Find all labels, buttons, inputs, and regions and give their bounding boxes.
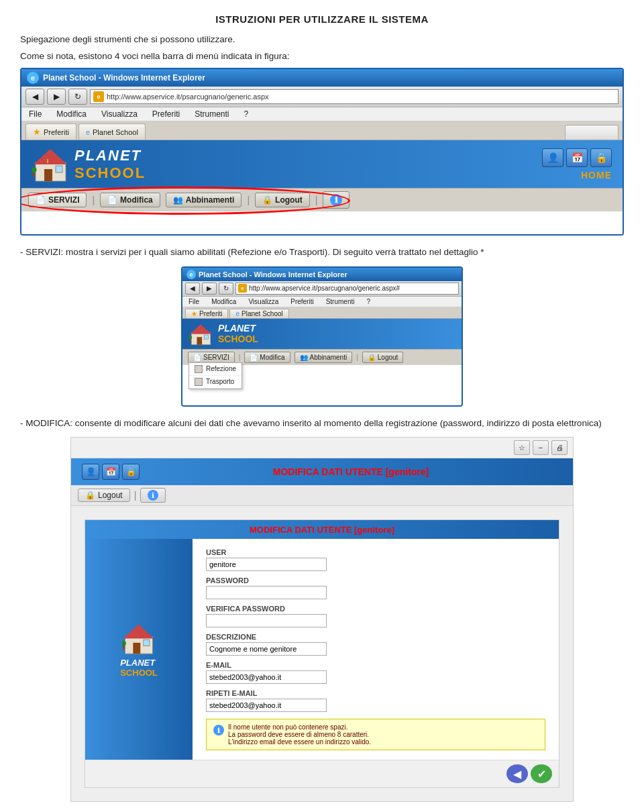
address-icon-2: e (238, 284, 247, 293)
form-row-email: E-MAIL (206, 661, 545, 684)
nav-logout-modifica[interactable]: 🔒 Logout (78, 489, 130, 502)
back-button[interactable]: ◀ (25, 89, 44, 105)
menu-file[interactable]: File (27, 109, 44, 119)
hint-1: Il nome utente non può contenere spazi. (228, 723, 371, 731)
input-ripeti-email[interactable] (206, 699, 327, 712)
trasporto-icon (195, 378, 203, 386)
browser-titlebar-1: e Planet School - Windows Internet Explo… (21, 69, 623, 87)
menu-modifica-2[interactable]: Modifica (209, 297, 238, 306)
nav-info-modifica[interactable]: ℹ (140, 488, 166, 503)
menu-help[interactable]: ? (242, 109, 251, 119)
back-button-modifica[interactable]: ◀ (506, 764, 528, 783)
nav-servizi[interactable]: 📄 SERVIZI (28, 193, 87, 207)
svg-rect-10 (204, 335, 208, 339)
section-text-2: - MODIFICA: consente di modificare alcun… (20, 416, 624, 431)
browser-window-1: e Planet School - Windows Internet Explo… (20, 68, 624, 236)
forward-button[interactable]: ▶ (47, 89, 66, 105)
tab-planetschool[interactable]: e Planet School (78, 123, 146, 140)
star-icon: ★ (33, 127, 41, 137)
menu-preferiti[interactable]: Preferiti (150, 109, 182, 119)
header-icon-people[interactable]: 👤 (82, 464, 99, 480)
menu-visualizza-2[interactable]: Visualizza (246, 297, 280, 306)
ps-icon-lock[interactable]: 🔒 (590, 148, 612, 167)
modifica-icon-1[interactable]: ☆ (514, 440, 530, 455)
page-icon-2: 📄 (107, 195, 117, 205)
tab-preferiti[interactable]: ★ Preferiti (25, 123, 76, 140)
nav-servizi-2[interactable]: 📄 SERVIZI Refezione Trasporto (188, 352, 235, 363)
header-icon-calendar[interactable]: 📅 (102, 464, 119, 480)
menu-strumenti-2[interactable]: Strumenti (324, 297, 357, 306)
label-descrizione: DESCRIZIONE (206, 633, 545, 641)
tab-planetschool-2[interactable]: e Planet School (229, 309, 288, 318)
modifica-icon-2[interactable]: − (533, 440, 549, 455)
ps-icon-people[interactable]: 👤 (542, 148, 564, 167)
menu-visualizza[interactable]: Visualizza (99, 109, 140, 119)
dropdown-refezione[interactable]: Refezione (189, 363, 241, 376)
input-descrizione[interactable] (206, 642, 327, 656)
nav-logout-2[interactable]: 🔒 Logout (362, 352, 404, 363)
nav-modifica-label-2: Modifica (260, 354, 284, 361)
label-password: PASSWORD (206, 576, 545, 585)
modifica-outer: ☆ − 🖨 👤 📅 🔒 MODIFICA DATI UTENTE [genito… (70, 437, 574, 802)
input-user[interactable] (206, 558, 327, 571)
menu-file-2[interactable]: File (186, 297, 201, 306)
ok-button-modifica[interactable]: ✔ (531, 764, 552, 783)
browser-title-text: Planet School - Windows Internet Explore… (43, 73, 205, 83)
forward-button-2[interactable]: ▶ (202, 283, 217, 295)
lock-icon-modifica: 🔒 (85, 491, 95, 500)
refresh-button-2[interactable]: ↻ (219, 283, 233, 295)
inner-panel-left: PLANET SCHOOL (85, 539, 193, 760)
tab-preferiti-label-2: Preferiti (199, 310, 222, 317)
ie-tab-icon: e (86, 128, 90, 136)
label-verify-password: VERIFICA PASSWORD (206, 605, 545, 613)
tab-preferiti-2[interactable]: ★ Preferiti (185, 309, 228, 318)
modifica-navbar: 🔒 Logout | ℹ (71, 485, 573, 506)
ps-header-right: 👤 📅 🔒 HOME (542, 148, 612, 181)
browser-tabs-2: ★ Preferiti e Planet School (182, 307, 462, 319)
address-text-2: http://www.apservice.it/psarcugnano/gene… (249, 285, 400, 292)
address-bar-2[interactable]: e http://www.apservice.it/psarcugnano/ge… (235, 283, 459, 295)
nav-abbinamenti[interactable]: 👥 Abbinamenti (166, 193, 242, 207)
nav-abbinamenti-2[interactable]: 👥 Abbinamenti (294, 352, 353, 363)
ps-header-2: PLANET SCHOOL (182, 319, 462, 349)
back-button-2[interactable]: ◀ (185, 283, 200, 295)
menu-preferiti-2[interactable]: Preferiti (288, 297, 315, 306)
nav-servizi-label: SERVIZI (48, 195, 79, 205)
svg-rect-15 (133, 643, 140, 654)
lock-icon-2: 🔒 (368, 354, 376, 361)
menu-help-2[interactable]: ? (364, 297, 372, 306)
menu-strumenti[interactable]: Strumenti (193, 109, 231, 119)
nav-logout[interactable]: 🔒 Logout (255, 193, 310, 207)
header-icon-lock[interactable]: 🔒 (122, 464, 140, 480)
refezione-icon (195, 365, 203, 373)
people-icon-2: 👥 (300, 354, 308, 361)
tab-preferiti-label: Preferiti (44, 128, 69, 136)
hint-icon: ℹ (213, 725, 224, 735)
ps-icon-calendar[interactable]: 📅 (566, 148, 588, 167)
menu-modifica[interactable]: Modifica (54, 109, 89, 119)
nav-logout-label-2: Logout (378, 354, 398, 361)
tab-planetschool-label: Planet School (93, 128, 138, 136)
browser-titlebar-2: e Planet School - Windows Internet Explo… (182, 268, 462, 281)
logout-label: Logout (98, 491, 123, 500)
input-email[interactable] (206, 670, 327, 684)
house-icon-2 (189, 322, 213, 346)
svg-rect-2 (44, 169, 52, 181)
trasporto-label: Trasporto (206, 378, 234, 385)
inner-panel-form: USER PASSWORD VERIFICA PASSWORD DESCRIZI… (193, 539, 559, 760)
browser-menubar-2: File Modifica Visualizza Preferiti Strum… (182, 297, 462, 307)
modifica-icon-3[interactable]: 🖨 (551, 440, 568, 455)
address-bar-1[interactable]: e http://www.apservice.it/psarcugnano/ge… (90, 89, 619, 104)
dropdown-trasporto[interactable]: Trasporto (189, 376, 241, 389)
refresh-button[interactable]: ↻ (68, 89, 87, 105)
label-email: E-MAIL (206, 661, 545, 669)
input-verify-password[interactable] (206, 614, 327, 627)
browser-content-1: PLANET SCHOOL 👤 📅 🔒 HOME 📄 SERVIZI (21, 140, 623, 234)
input-password[interactable] (206, 586, 327, 599)
nav-modifica-2[interactable]: 📄 Modifica (244, 352, 290, 363)
nav-info[interactable]: ℹ (323, 191, 350, 209)
nav-abbinamenti-label: Abbinamenti (186, 195, 235, 205)
address-text: http://www.apservice.it/psarcugnano/gene… (107, 93, 269, 101)
nav-modifica[interactable]: 📄 Modifica (100, 193, 160, 207)
info-icon: ℹ (330, 194, 342, 206)
